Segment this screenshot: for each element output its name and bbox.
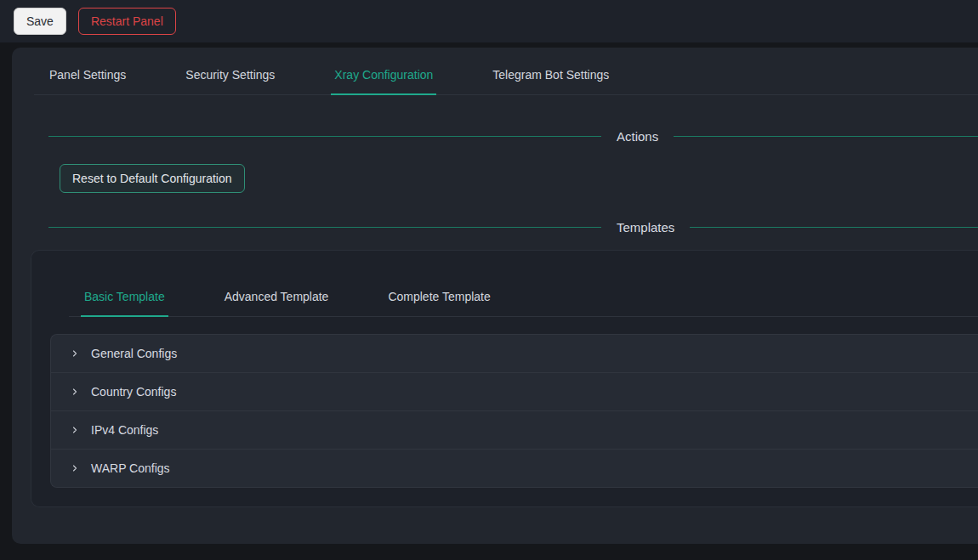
collapse-row-general-configs[interactable]: General Configs (51, 335, 978, 373)
templates-card: Basic Template Advanced Template Complet… (31, 250, 978, 507)
chevron-right-icon (70, 425, 80, 435)
collapse-row-warp-configs[interactable]: WARP Configs (51, 450, 978, 487)
collapse-row-ipv4-configs[interactable]: IPv4 Configs (51, 411, 978, 450)
save-button[interactable]: Save (14, 8, 66, 35)
collapse-row-label: WARP Configs (91, 461, 170, 475)
actions-divider: Actions (48, 129, 978, 144)
tab-complete-template[interactable]: Complete Template (384, 290, 493, 317)
templates-divider-label: Templates (617, 220, 674, 235)
tab-security-settings[interactable]: Security Settings (182, 68, 278, 95)
chevron-right-icon (70, 463, 80, 473)
actions-divider-label: Actions (617, 129, 658, 144)
settings-card: Panel Settings Security Settings Xray Co… (12, 48, 978, 544)
template-tab-bar: Basic Template Advanced Template Complet… (69, 290, 978, 317)
reset-default-configuration-button[interactable]: Reset to Default Configuration (60, 164, 245, 193)
collapse-row-country-configs[interactable]: Country Configs (51, 373, 978, 411)
restart-panel-button[interactable]: Restart Panel (78, 8, 176, 35)
tab-telegram-bot-settings[interactable]: Telegram Bot Settings (489, 68, 612, 95)
chevron-right-icon (70, 387, 80, 397)
templates-divider: Templates (48, 220, 978, 235)
tab-panel-settings[interactable]: Panel Settings (46, 68, 129, 95)
collapse-row-label: General Configs (91, 347, 177, 360)
settings-tab-bar: Panel Settings Security Settings Xray Co… (34, 68, 978, 95)
divider-line (48, 227, 601, 228)
tab-advanced-template[interactable]: Advanced Template (221, 290, 333, 317)
tab-xray-configuration[interactable]: Xray Configuration (331, 68, 436, 95)
top-action-bar: Save Restart Panel (0, 0, 978, 42)
config-collapse-list: General Configs Country Configs IPv4 Con… (50, 334, 978, 488)
collapse-row-label: IPv4 Configs (91, 423, 158, 437)
divider-line (690, 227, 978, 228)
collapse-row-label: Country Configs (91, 385, 176, 399)
divider-line (674, 136, 978, 137)
divider-line (48, 136, 601, 137)
actions-section: Reset to Default Configuration (60, 164, 978, 193)
chevron-right-icon (70, 348, 80, 359)
tab-basic-template[interactable]: Basic Template (81, 290, 168, 317)
